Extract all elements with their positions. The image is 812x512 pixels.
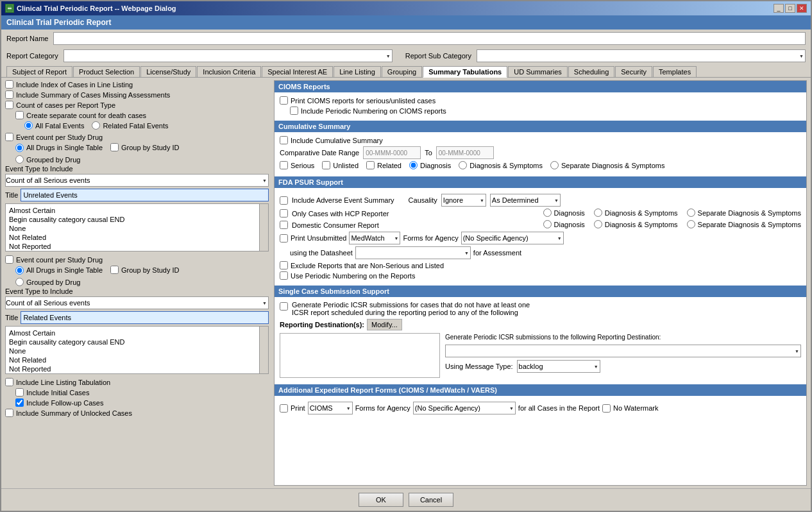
as-determined-select[interactable]: As Determined xyxy=(490,194,561,207)
print-unsubmitted-checkbox[interactable] xyxy=(280,234,288,243)
hcp-diag-sym-radio[interactable] xyxy=(594,209,602,217)
list-item[interactable]: Not Related xyxy=(8,355,266,364)
include-initial-checkbox[interactable] xyxy=(15,388,24,397)
list-item[interactable]: None xyxy=(8,224,266,233)
backlog-select[interactable]: backlog xyxy=(517,360,600,373)
group-study-2-checkbox[interactable] xyxy=(110,266,119,274)
all-drugs-2-radio[interactable] xyxy=(15,266,24,275)
sep-diag-radio[interactable] xyxy=(550,161,559,169)
event-type-1-select[interactable]: Count of all Serious events xyxy=(5,174,269,187)
all-fatal-radio[interactable] xyxy=(24,121,33,130)
hcp-sep-radio[interactable] xyxy=(687,209,695,217)
dom-diag-sym-radio[interactable] xyxy=(594,220,602,228)
tab-inclusion[interactable]: Inclusion Criteria xyxy=(197,66,261,77)
minimize-button[interactable]: _ xyxy=(774,4,784,13)
generate-periodic-checkbox[interactable] xyxy=(280,302,288,311)
list-item[interactable]: Almost Certain xyxy=(8,329,266,337)
tab-grouping[interactable]: Grouping xyxy=(382,66,422,77)
list-item[interactable]: None xyxy=(8,346,266,355)
include-index-checkbox[interactable] xyxy=(5,80,13,89)
causality-select[interactable]: Ignore xyxy=(441,194,486,207)
all-drugs-1-radio[interactable] xyxy=(15,144,24,152)
event-count-1-radios: All Drugs in Single Table Group by Study… xyxy=(15,143,269,153)
maximize-button[interactable]: □ xyxy=(785,4,795,13)
dom-sep-radio[interactable] xyxy=(687,220,695,228)
scrollbar-2[interactable] xyxy=(259,327,268,373)
event-count-2-row: Event count per Study Drug xyxy=(5,255,269,264)
exclude-non-serious-checkbox[interactable] xyxy=(280,261,288,269)
dom-diag-sym-row: Diagnosis & Symptoms xyxy=(594,220,678,228)
create-separate-checkbox[interactable] xyxy=(15,111,24,119)
agency-select[interactable]: (No Specific Agency) xyxy=(461,232,564,244)
unlisted-checkbox[interactable] xyxy=(322,161,330,169)
event-count-2-checkbox[interactable] xyxy=(5,255,13,264)
ae-summary-label: Include Adverse Event Summary xyxy=(292,196,394,204)
cioms-numbering-checkbox[interactable] xyxy=(290,107,298,115)
include-summary-missing-checkbox[interactable] xyxy=(5,90,13,99)
tab-subject[interactable]: Subject of Report xyxy=(6,66,72,77)
report-sub-category-select[interactable] xyxy=(477,49,806,62)
close-button[interactable]: ✕ xyxy=(797,4,807,13)
generate-following-select[interactable] xyxy=(445,345,801,357)
cioms-type-select[interactable]: CIOMS xyxy=(308,402,353,414)
related-checkbox[interactable] xyxy=(366,161,375,169)
list-item[interactable]: Begin causality category causal END xyxy=(8,215,266,224)
diag-sym-radio[interactable] xyxy=(459,161,467,169)
related-fatal-radio[interactable] xyxy=(92,121,100,130)
include-unlocked-checkbox[interactable] xyxy=(5,409,13,417)
list-box-2[interactable]: Almost Certain Begin causality category … xyxy=(5,326,269,374)
scrollbar-1[interactable] xyxy=(259,204,268,251)
report-category-select[interactable] xyxy=(63,49,393,62)
grouped-drug-1-radio[interactable] xyxy=(15,155,24,164)
event-count-1-checkbox[interactable] xyxy=(5,133,13,141)
tab-security[interactable]: Security xyxy=(615,66,652,77)
dom-diag-radio[interactable] xyxy=(543,220,552,228)
report-category-label: Report Category xyxy=(6,52,58,60)
tab-license[interactable]: License/Study xyxy=(140,66,196,77)
diagnosis-radio[interactable] xyxy=(409,161,418,169)
reporting-dest-box xyxy=(280,333,440,378)
datasheet-select[interactable] xyxy=(355,246,471,259)
list-item[interactable]: Not Reported xyxy=(8,364,266,373)
tab-line[interactable]: Line Listing xyxy=(334,66,381,77)
title-1-input[interactable] xyxy=(21,189,269,201)
date-from-input[interactable] xyxy=(363,146,421,159)
tab-ud[interactable]: UD Summaries xyxy=(508,66,568,77)
event-type-2-select[interactable]: Count of all Serious events xyxy=(5,296,269,309)
list-item[interactable]: Not Reported xyxy=(8,242,266,251)
grouped-drug-2-radio[interactable] xyxy=(15,278,24,286)
serious-checkbox[interactable] xyxy=(280,161,288,169)
group-study-1-checkbox[interactable] xyxy=(110,143,119,151)
list-item[interactable]: Not Related xyxy=(8,233,266,242)
include-followup-checkbox[interactable] xyxy=(15,398,24,407)
report-name-input[interactable] xyxy=(53,32,806,45)
domestic-checkbox[interactable] xyxy=(280,221,288,229)
additional-print-checkbox[interactable] xyxy=(280,404,288,413)
include-line-tabulation-checkbox[interactable] xyxy=(5,378,13,386)
no-watermark-checkbox[interactable] xyxy=(602,404,611,413)
event-type-2-label-text: Event Type to Include xyxy=(5,287,269,295)
tab-scheduling[interactable]: Scheduling xyxy=(568,66,614,77)
ae-summary-checkbox[interactable] xyxy=(280,196,288,205)
list-box-1[interactable]: Almost Certain Begin causality category … xyxy=(5,203,269,252)
tab-product[interactable]: Product Selection xyxy=(73,66,140,77)
cioms-print-checkbox[interactable] xyxy=(280,96,288,105)
hcp-diag-radio[interactable] xyxy=(543,209,552,217)
count-per-report-checkbox[interactable] xyxy=(5,101,13,109)
title-2-input[interactable] xyxy=(21,311,269,324)
date-to-input[interactable] xyxy=(436,146,494,159)
left-panel: Include Index of Cases in Line Listing I… xyxy=(5,80,271,486)
list-item[interactable]: Begin causality category causal END xyxy=(8,337,266,346)
modify-button[interactable]: Modify... xyxy=(367,319,402,330)
ok-button[interactable]: OK xyxy=(359,493,403,507)
use-periodic-checkbox[interactable] xyxy=(280,271,288,280)
include-cumulative-checkbox[interactable] xyxy=(280,136,288,144)
tab-special[interactable]: Special Interest AE xyxy=(262,66,333,77)
tab-templates[interactable]: Templates xyxy=(653,66,697,77)
agency2-select[interactable]: (No Specific Agency) xyxy=(413,402,516,414)
tab-summary[interactable]: Summary Tabulations xyxy=(423,66,507,78)
list-item[interactable]: Almost Certain xyxy=(8,206,266,215)
hcp-checkbox[interactable] xyxy=(280,209,288,218)
cancel-button[interactable]: Cancel xyxy=(409,493,453,507)
medwatch-select[interactable]: MedWatch xyxy=(349,232,400,244)
